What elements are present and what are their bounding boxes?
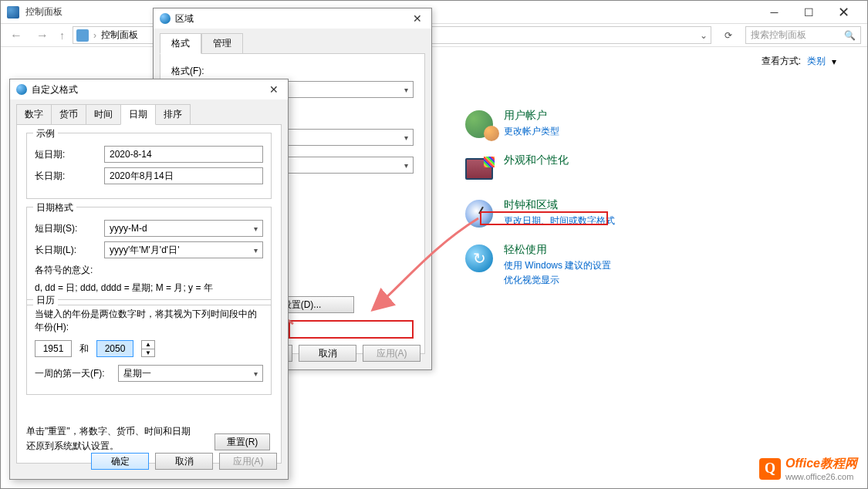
tab-number[interactable]: 数字 — [16, 104, 52, 125]
category-clock-region: 时钟和区域 更改日期、时间或数字格式 — [464, 198, 836, 229]
format-label: 格式(F): — [171, 65, 414, 78]
custom-tab-body: 示例 短日期: 2020-8-14 长日期: 2020年8月14日 日期格式 短… — [16, 124, 282, 464]
year-to-input[interactable] — [96, 340, 133, 357]
long-format-combo[interactable]: yyyy'年'M'月'd'日'▾ — [104, 241, 263, 258]
custom-apply-button[interactable]: 应用(A) — [219, 453, 277, 470]
breadcrumb[interactable]: 控制面板 — [101, 29, 138, 42]
category-list: 用户帐户 更改帐户类型 外观和个性化 时钟和区域 更改日期、时间或数字格式 ↻ — [464, 109, 836, 288]
custom-ok-button[interactable]: 确定 — [91, 453, 149, 470]
first-day-value: 星期一 — [123, 367, 151, 380]
search-icon: 🔍 — [844, 30, 856, 41]
display-icon — [464, 153, 495, 184]
short-date-value: 2020-8-14 — [104, 146, 263, 163]
up-button[interactable]: ↑ — [59, 29, 65, 42]
custom-title: 自定义格式 — [32, 83, 266, 96]
reset-button[interactable]: 重置(R) — [214, 433, 270, 450]
legend-text: d, dd = 日; ddd, dddd = 星期; M = 月; y = 年 — [35, 281, 263, 295]
custom-format-dialog: 自定义格式 ✕ 数字 货币 时间 日期 排序 示例 短日期: 2020-8-14… — [9, 79, 289, 480]
chevron-down-icon: ▾ — [254, 246, 258, 255]
category-title[interactable]: 用户帐户 — [504, 109, 559, 123]
example-group-title: 示例 — [33, 127, 58, 140]
region-title: 区域 — [175, 12, 410, 25]
tab-admin[interactable]: 管理 — [201, 33, 243, 54]
short-format-combo[interactable]: yyyy-M-d▾ — [104, 220, 263, 237]
watermark-url: www.office26.com — [785, 472, 857, 481]
legend-title: 各符号的意义: — [35, 263, 263, 278]
year-spinner[interactable]: ▲▼ — [141, 340, 155, 357]
category-title[interactable]: 轻松使用 — [504, 243, 611, 257]
maximize-button[interactable]: ☐ — [792, 2, 826, 23]
view-mode-label: 查看方式: — [762, 55, 801, 68]
clock-icon — [464, 198, 495, 229]
short-format-label: 短日期(S): — [35, 222, 98, 235]
tab-date[interactable]: 日期 — [120, 104, 156, 125]
chevron-down-icon[interactable]: ▾ — [832, 56, 836, 67]
close-button[interactable]: ✕ — [826, 2, 861, 23]
first-day-label: 一周的第一天(F): — [35, 367, 112, 380]
tab-currency[interactable]: 货币 — [51, 104, 86, 125]
tab-sort[interactable]: 排序 — [155, 104, 191, 125]
tab-formats[interactable]: 格式 — [160, 33, 201, 54]
address-sep-icon: › — [93, 30, 96, 41]
spinner-down-icon[interactable]: ▼ — [142, 349, 154, 357]
custom-title-bar: 自定义格式 ✕ — [10, 79, 288, 99]
calendar-group-title: 日历 — [33, 294, 58, 307]
custom-close-button[interactable]: ✕ — [266, 83, 282, 96]
category-link[interactable]: 优化视觉显示 — [504, 273, 611, 288]
watermark-brand: Office教程网 — [785, 456, 857, 472]
ease-icon: ↻ — [464, 243, 495, 274]
tab-time[interactable]: 时间 — [86, 104, 121, 125]
region-close-button[interactable]: ✕ — [410, 12, 425, 25]
app-icon — [7, 6, 19, 19]
category-title[interactable]: 时钟和区域 — [504, 198, 615, 212]
region-apply-button[interactable]: 应用(A) — [363, 345, 420, 362]
users-icon — [464, 109, 495, 140]
change-date-format-link[interactable]: 更改日期、时间或数字格式 — [504, 214, 615, 228]
address-dropdown-icon[interactable]: ⌄ — [700, 30, 708, 41]
region-cancel-button[interactable]: 取消 — [299, 345, 356, 362]
year-from-input — [35, 340, 72, 357]
year-and-label: 和 — [79, 342, 89, 356]
category-link[interactable]: 使用 Windows 建议的设置 — [504, 258, 611, 273]
custom-tabs: 数字 货币 时间 日期 排序 — [10, 99, 288, 125]
chevron-down-icon: ▾ — [404, 86, 408, 94]
short-date-label: 短日期: — [35, 148, 98, 161]
long-date-value: 2020年8月14日 — [104, 167, 263, 184]
view-mode-value[interactable]: 类别 — [807, 55, 826, 68]
search-input[interactable]: 搜索控制面板 🔍 — [745, 26, 861, 44]
first-day-combo[interactable]: 星期一▾ — [118, 365, 263, 382]
address-icon — [76, 29, 89, 42]
date-format-group-title: 日期格式 — [33, 201, 76, 214]
watermark: Q Office教程网 www.office26.com — [759, 456, 857, 481]
chevron-down-icon: ▾ — [404, 133, 408, 142]
calendar-group: 日历 当键入的年份是两位数字时，将其视为下列时间段中的年份(H): 和 ▲▼ 一… — [26, 299, 272, 395]
nav-bar: ← → ↑ › 控制面板 ⌄ ⟳ 搜索控制面板 🔍 — [1, 24, 867, 47]
back-button[interactable]: ← — [7, 26, 25, 45]
two-digit-year-label: 当键入的年份是两位数字时，将其视为下列时间段中的年份(H): — [35, 308, 263, 334]
example-group: 示例 短日期: 2020-8-14 长日期: 2020年8月14日 — [26, 133, 272, 199]
custom-cancel-button[interactable]: 取消 — [155, 453, 213, 470]
globe-icon — [160, 13, 171, 24]
category-ease-of-access: ↻ 轻松使用 使用 Windows 建议的设置 优化视觉显示 — [464, 243, 836, 288]
chevron-down-icon: ▾ — [254, 369, 258, 378]
minimize-button[interactable]: ─ — [757, 2, 792, 23]
category-title[interactable]: 外观和个性化 — [504, 153, 569, 167]
long-date-label: 长日期: — [35, 170, 98, 183]
date-format-group: 日期格式 短日期(S): yyyy-M-d▾ 长日期(L): yyyy'年'M'… — [26, 207, 272, 305]
view-mode: 查看方式: 类别 ▾ — [762, 55, 836, 68]
title-bar: 控制面板 ─ ☐ ✕ — [1, 1, 867, 24]
category-link[interactable]: 更改帐户类型 — [504, 124, 559, 139]
chevron-down-icon: ▾ — [404, 161, 408, 170]
custom-dialog-buttons: 确定 取消 应用(A) — [91, 453, 277, 470]
spinner-up-icon[interactable]: ▲ — [142, 341, 154, 349]
region-title-bar: 区域 ✕ — [154, 8, 431, 29]
reset-note: 单击"重置"，将数字、货币、时间和日期还原到系统默认设置。 — [26, 424, 196, 454]
forward-button[interactable]: → — [33, 26, 52, 45]
chevron-down-icon: ▾ — [254, 224, 258, 233]
long-format-value: yyyy'年'M'月'd'日' — [110, 244, 179, 257]
category-user-accounts: 用户帐户 更改帐户类型 — [464, 109, 836, 140]
search-placeholder: 搜索控制面板 — [751, 29, 806, 42]
globe-icon — [16, 84, 27, 95]
refresh-button[interactable]: ⟳ — [719, 26, 738, 45]
short-format-value: yyyy-M-d — [110, 223, 147, 234]
